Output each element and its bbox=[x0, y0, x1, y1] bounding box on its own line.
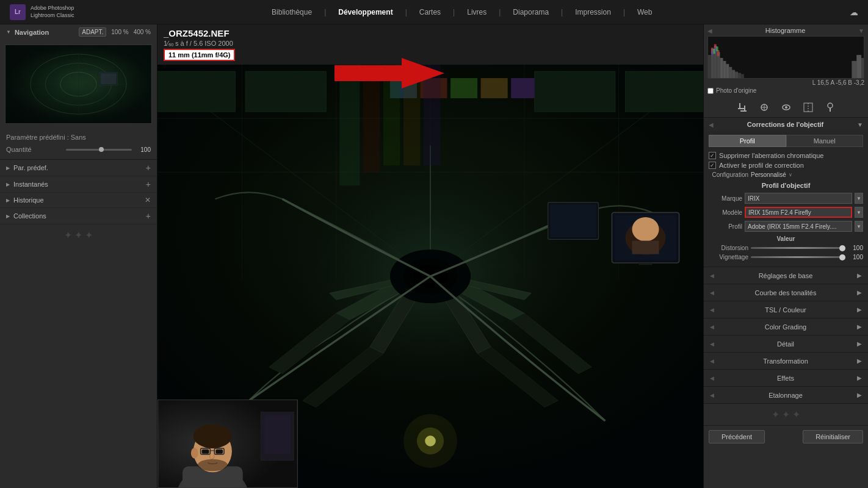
profil-row: Profil ▼ bbox=[709, 221, 863, 232]
transformation-label: Transformation bbox=[763, 357, 808, 365]
nav-diaporama[interactable]: Diaporama bbox=[513, 8, 549, 16]
main-layout: ▼ Navigation ADAPT. 100 % 400 % bbox=[0, 24, 868, 488]
lr-logo: Lr bbox=[10, 4, 26, 20]
historique-label: Historique bbox=[13, 196, 44, 204]
svg-point-55 bbox=[191, 448, 198, 459]
activer-profil-checkbox[interactable]: ✓ bbox=[709, 162, 716, 169]
webcam-overlay bbox=[157, 400, 298, 488]
svg-rect-44 bbox=[363, 65, 380, 172]
precedent-button[interactable]: Précédent bbox=[709, 430, 765, 443]
svg-rect-47 bbox=[424, 65, 441, 165]
svg-rect-85 bbox=[738, 108, 744, 109]
vignettage-row: Vignettage 100 bbox=[709, 254, 863, 260]
par-predef-add[interactable]: + bbox=[146, 163, 151, 173]
detail-label: Détail bbox=[777, 340, 794, 348]
svg-rect-7 bbox=[101, 73, 117, 84]
photo-origine-checkbox[interactable] bbox=[707, 88, 714, 94]
collections-add[interactable]: + bbox=[146, 211, 151, 221]
photo-canvas bbox=[157, 65, 703, 488]
percent1-label[interactable]: 100 % bbox=[111, 29, 128, 35]
brush-tool[interactable] bbox=[823, 101, 837, 114]
objectif-tabs: Profil Manuel bbox=[709, 135, 863, 147]
svg-rect-46 bbox=[403, 65, 421, 165]
profil-input[interactable] bbox=[745, 221, 852, 232]
gradient-tool[interactable] bbox=[801, 101, 815, 114]
cloud-icon[interactable]: ☁ bbox=[850, 7, 858, 17]
nav-web[interactable]: Web bbox=[637, 8, 652, 16]
instantanes-label: Instantanés bbox=[13, 181, 48, 188]
activer-profil-row: ✓ Activer le profil de correction bbox=[709, 162, 863, 169]
profil-dropdown[interactable]: ▼ bbox=[855, 221, 863, 232]
marque-dropdown[interactable]: ▼ bbox=[855, 193, 863, 204]
right-panel: ◀ Histogramme ▼ bbox=[703, 24, 868, 488]
objectif-content: Profil Manuel ✓ Supprimer l'aberration c… bbox=[704, 131, 868, 267]
tsl-couleur-label: TSL / Couleur bbox=[765, 306, 806, 314]
percent2-label[interactable]: 400 % bbox=[134, 29, 151, 35]
transformation-row[interactable]: ◀ Transformation ▶ bbox=[704, 353, 868, 370]
svg-rect-93 bbox=[804, 103, 812, 112]
spot-heal-tool[interactable] bbox=[758, 101, 771, 114]
tab-manuel[interactable]: Manuel bbox=[786, 135, 864, 147]
svg-point-95 bbox=[828, 103, 833, 108]
app-branding: Lr Adobe Photoshop Lightroom Classic bbox=[10, 4, 74, 20]
aberration-chromatique-row: ✓ Supprimer l'aberration chromatique bbox=[709, 152, 863, 159]
collections-section[interactable]: ▶ Collections + bbox=[0, 208, 157, 224]
center-area: _ORZ5452.NEF 1⁄₆₀ s à f / 5.6 ISO 2000 1… bbox=[157, 24, 703, 488]
histogram-left-arrow: ◀ bbox=[707, 27, 712, 34]
quantity-row: Quantité 100 bbox=[6, 143, 151, 156]
left-panel: ▼ Navigation ADAPT. 100 % 400 % bbox=[0, 24, 157, 488]
quantity-slider[interactable] bbox=[66, 149, 132, 151]
crop-tool[interactable] bbox=[736, 101, 749, 114]
reinitialiser-button[interactable]: Réinitialiser bbox=[803, 430, 863, 443]
svg-rect-66 bbox=[720, 58, 723, 79]
preset-label: Paramètre prédéfini : Sans bbox=[6, 134, 86, 141]
svg-rect-50 bbox=[264, 415, 291, 454]
instantanes-add[interactable]: + bbox=[146, 179, 151, 189]
color-grading-row[interactable]: ◀ Color Grading ▶ bbox=[704, 318, 868, 336]
modele-dropdown[interactable]: ▼ bbox=[855, 207, 863, 218]
svg-point-35 bbox=[632, 217, 659, 242]
svg-rect-83 bbox=[861, 58, 864, 79]
reglages-base-row[interactable]: ◀ Réglages de base ▶ bbox=[704, 267, 868, 284]
histogram-right-arrow: ▼ bbox=[858, 27, 864, 34]
config-value: Personnalisé bbox=[751, 171, 786, 178]
historique-close[interactable]: ✕ bbox=[145, 196, 151, 204]
objectif-left-marker: ◀ bbox=[709, 121, 714, 128]
tsl-couleur-row[interactable]: ◀ TSL / Couleur ▶ bbox=[704, 301, 868, 318]
right-bottom-bar: Précédent Réinitialiser bbox=[704, 425, 868, 447]
instantanes-section[interactable]: ▶ Instantanés + bbox=[0, 176, 157, 193]
vignettage-slider[interactable] bbox=[751, 256, 845, 258]
redeye-tool[interactable] bbox=[779, 101, 793, 114]
svg-rect-57 bbox=[215, 450, 223, 454]
navigation-header[interactable]: ▼ Navigation ADAPT. 100 % 400 % bbox=[0, 24, 157, 40]
svg-rect-79 bbox=[712, 50, 714, 55]
nav-triangle: ▼ bbox=[6, 29, 11, 35]
marque-label: Marque bbox=[709, 195, 742, 202]
right-dots: ✦ ✦ ✦ bbox=[704, 404, 868, 425]
svg-point-40 bbox=[403, 414, 457, 468]
nav-livres[interactable]: Livres bbox=[467, 8, 486, 16]
etalonnage-row[interactable]: ◀ Etalonnage ▶ bbox=[704, 387, 868, 404]
nav-developpement[interactable]: Développement bbox=[338, 8, 392, 16]
effets-label: Effets bbox=[777, 375, 794, 382]
nav-impression[interactable]: Impression bbox=[575, 8, 611, 16]
tab-profil[interactable]: Profil bbox=[709, 135, 786, 147]
marque-input[interactable] bbox=[745, 193, 852, 204]
courbe-tonalites-row[interactable]: ◀ Courbe des tonalités ▶ bbox=[704, 284, 868, 301]
adapt-label: ADAPT. bbox=[79, 27, 106, 37]
nav-thumbnail-section bbox=[0, 40, 157, 129]
par-predef-section[interactable]: ▶ Par. prédef. + bbox=[0, 160, 157, 176]
effets-row[interactable]: ◀ Effets ▶ bbox=[704, 370, 868, 387]
modele-input[interactable] bbox=[745, 207, 852, 218]
nav-bibliotheque[interactable]: Bibliothèque bbox=[272, 8, 312, 16]
objectif-header[interactable]: ◀ Corrections de l'objectif ▼ bbox=[704, 118, 868, 131]
quantity-value: 100 bbox=[136, 146, 151, 153]
historique-section[interactable]: ▶ Historique ✕ bbox=[0, 193, 157, 208]
nav-cartes[interactable]: Cartes bbox=[419, 8, 441, 16]
distorsion-slider[interactable] bbox=[751, 247, 845, 249]
aberration-label: Supprimer l'aberration chromatique bbox=[719, 152, 823, 159]
detail-row[interactable]: ◀ Détail ▶ bbox=[704, 336, 868, 353]
collections-label: Collections bbox=[13, 212, 46, 220]
aberration-checkbox[interactable]: ✓ bbox=[709, 152, 716, 159]
svg-rect-73 bbox=[741, 74, 744, 79]
